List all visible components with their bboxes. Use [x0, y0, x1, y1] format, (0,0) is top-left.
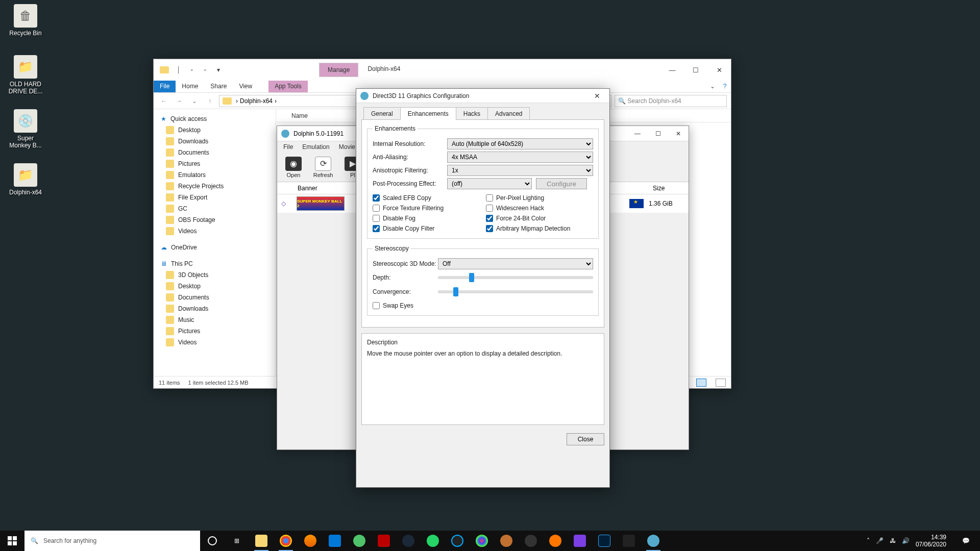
close-button[interactable]: ✕	[707, 59, 731, 81]
check-scaled-efb[interactable]: Scaled EFB Copy	[373, 194, 480, 202]
taskbar-app-dolphin[interactable]	[641, 531, 666, 551]
taskbar-app-amazon-music[interactable]	[568, 531, 592, 551]
sidebar-item[interactable]: GC	[154, 203, 276, 214]
qat-customize[interactable]: ▾	[213, 64, 224, 76]
tray-chevron-up-icon[interactable]: ˄	[867, 537, 870, 544]
ribbon-view[interactable]: View	[233, 81, 258, 92]
sidebar-this-pc[interactable]: 🖥This PC	[154, 258, 276, 269]
sidebar-item[interactable]: Documents	[154, 147, 276, 158]
taskbar-app-steam[interactable]	[396, 531, 421, 551]
desktop-icon-recycle-bin[interactable]: 🗑 Recycle Bin	[6, 4, 45, 37]
path-chevron[interactable]: ›	[236, 97, 238, 105]
col-size[interactable]: Size	[648, 185, 689, 192]
ribbon-context-manage[interactable]: Manage	[319, 63, 358, 77]
start-button[interactable]	[0, 531, 24, 551]
tab-general[interactable]: General	[363, 107, 401, 120]
check-swap-eyes[interactable]: Swap Eyes	[373, 302, 593, 309]
taskbar-app-generic-3[interactable]	[519, 531, 543, 551]
sidebar-item[interactable]: Videos	[154, 337, 276, 348]
nav-forward[interactable]: →	[173, 97, 185, 105]
taskbar-search[interactable]: 🔍 Search for anything	[24, 531, 200, 551]
desktop-icon-old-hard-drive[interactable]: 📁 OLD HARD DRIVE DE...	[6, 55, 45, 95]
check-disable-fog[interactable]: Disable Fog	[373, 215, 480, 222]
view-details[interactable]	[696, 379, 706, 387]
taskbar-app-generic-2[interactable]	[494, 531, 519, 551]
taskbar-app-generic-4[interactable]	[543, 531, 568, 551]
help-icon[interactable]: ?	[719, 81, 731, 92]
qat-new-folder[interactable]: ▫	[200, 64, 211, 76]
close-button[interactable]: Close	[567, 433, 604, 445]
check-force-24bit[interactable]: Force 24-Bit Color	[486, 215, 593, 222]
close-button[interactable]: ✕	[589, 92, 605, 100]
sidebar-quick-access[interactable]: ★Quick access	[154, 113, 276, 124]
taskbar-app-chrome[interactable]	[274, 531, 298, 551]
explorer-titlebar[interactable]: │ ▫ ▫ ▾ Manage Dolphin-x64 — ☐ ✕	[154, 59, 731, 81]
sidebar-item[interactable]: Documents	[154, 292, 276, 303]
nav-up[interactable]: ↑	[204, 97, 216, 105]
tab-hacks[interactable]: Hacks	[456, 107, 488, 120]
taskbar-app-generic-5[interactable]	[617, 531, 641, 551]
sidebar-item[interactable]: OBS Footage	[154, 214, 276, 226]
maximize-button[interactable]: ☐	[648, 130, 668, 137]
tray-microphone-icon[interactable]: 🎤	[876, 537, 884, 544]
slider-depth[interactable]	[438, 276, 593, 279]
nav-recent[interactable]: ⌄	[188, 97, 201, 105]
desktop-icon-dolphin[interactable]: 📁 Dolphin-x64	[6, 163, 45, 196]
select-postprocessing[interactable]: (off)	[447, 178, 532, 189]
tab-enhancements[interactable]: Enhancements	[400, 107, 456, 120]
sidebar-item[interactable]: 3D Objects	[154, 269, 276, 281]
sidebar-item[interactable]: Desktop	[154, 281, 276, 292]
view-large-icons[interactable]	[716, 379, 726, 387]
slider-convergence[interactable]	[438, 290, 593, 293]
taskbar-app-vscode[interactable]	[323, 531, 347, 551]
maximize-button[interactable]: ☐	[684, 59, 707, 81]
minimize-button[interactable]: —	[660, 59, 684, 81]
taskbar-app-firefox[interactable]	[298, 531, 323, 551]
taskbar-clock[interactable]: 14:39 07/06/2020	[916, 534, 949, 548]
sidebar-item[interactable]: Downloads	[154, 136, 276, 147]
toolbar-refresh[interactable]: ⟳Refresh	[309, 157, 337, 178]
tray-volume-icon[interactable]: 🔊	[902, 537, 910, 544]
explorer-sidebar[interactable]: ★Quick access DesktopDownloadsDocumentsP…	[154, 109, 276, 376]
sidebar-item[interactable]: Desktop	[154, 124, 276, 136]
path-segment[interactable]: Dolphin-x64	[240, 97, 273, 105]
nav-back[interactable]: ←	[158, 97, 170, 105]
ribbon-expand[interactable]: ⌄	[706, 81, 719, 92]
taskbar-app-whatsapp[interactable]	[421, 531, 445, 551]
select-stereo-mode[interactable]: Off	[438, 258, 593, 269]
check-force-texture-filtering[interactable]: Force Texture Filtering	[373, 205, 480, 212]
sidebar-item[interactable]: Videos	[154, 226, 276, 237]
taskbar-app-generic-1[interactable]	[347, 531, 372, 551]
menu-file[interactable]: File	[279, 142, 297, 152]
sidebar-item[interactable]: Downloads	[154, 303, 276, 314]
sidebar-item[interactable]: Emulators	[154, 169, 276, 181]
check-arbitrary-mipmap[interactable]: Arbitrary Mipmap Detection	[486, 225, 593, 232]
taskbar-app-filezilla[interactable]	[372, 531, 396, 551]
close-button[interactable]: ✕	[668, 130, 689, 137]
notifications-button[interactable]: 💬	[955, 537, 976, 544]
menu-emulation[interactable]: Emulation	[298, 142, 333, 152]
taskbar-app-explorer[interactable]	[249, 531, 274, 551]
sidebar-item[interactable]: Pictures	[154, 158, 276, 169]
taskbar-app-photoshop[interactable]	[592, 531, 617, 551]
taskbar-taskview[interactable]: ⊞	[225, 531, 249, 551]
slider-thumb[interactable]	[469, 273, 474, 282]
col-name[interactable]: Name	[286, 112, 313, 119]
tray-network-icon[interactable]: 🖧	[890, 537, 896, 544]
check-per-pixel-lighting[interactable]: Per-Pixel Lighting	[486, 194, 593, 202]
explorer-search[interactable]: 🔍 Search Dolphin-x64	[615, 95, 727, 107]
sidebar-item[interactable]: Recycle Projects	[154, 181, 276, 192]
system-tray[interactable]: ˄ 🎤 🖧 🔊 14:39 07/06/2020 💬	[863, 534, 980, 548]
sidebar-item[interactable]: File Export	[154, 192, 276, 203]
taskbar-app-davinci[interactable]	[470, 531, 494, 551]
dialog-titlebar[interactable]: Direct3D 11 Graphics Configuration ✕	[356, 89, 609, 103]
sidebar-item[interactable]: Pictures	[154, 325, 276, 337]
ribbon-home[interactable]: Home	[176, 81, 204, 92]
taskbar-cortana[interactable]	[200, 531, 225, 551]
ribbon-share[interactable]: Share	[204, 81, 233, 92]
sidebar-onedrive[interactable]: ☁OneDrive	[154, 242, 276, 253]
check-widescreen-hack[interactable]: Widescreen Hack	[486, 205, 593, 212]
qat-properties[interactable]: ▫	[186, 64, 198, 76]
taskbar-app-media-1[interactable]	[445, 531, 470, 551]
select-anisotropic[interactable]: 1x	[447, 165, 593, 176]
